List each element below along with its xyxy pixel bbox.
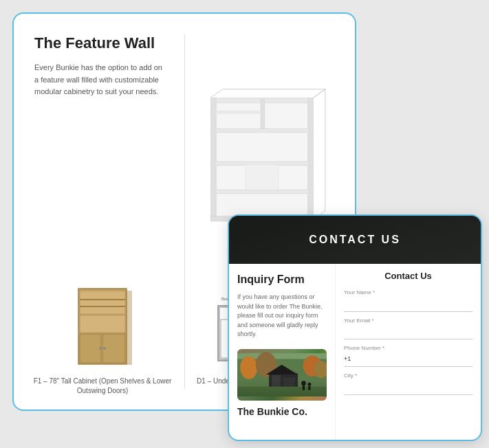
cabinet-1-image <box>28 282 177 371</box>
svg-rect-10 <box>215 111 259 113</box>
city-label: City * <box>344 372 472 379</box>
name-label: Your Name * <box>344 289 472 295</box>
svg-line-11 <box>210 89 222 98</box>
inquiry-description: If you have any questions or would like … <box>237 293 327 339</box>
name-field-group: Your Name * <box>344 289 472 312</box>
svg-rect-18 <box>80 290 125 314</box>
cabinet-1-label: F1 – 78" Tall Cabinet (Open Shelves & Lo… <box>28 377 177 396</box>
svg-rect-21 <box>80 315 125 333</box>
svg-line-14 <box>314 89 325 98</box>
email-input[interactable] <box>344 326 472 339</box>
nature-photo <box>237 349 327 401</box>
inquiry-form-title: Inquiry Form <box>237 273 327 286</box>
company-name: The Bunkie Co. <box>237 406 327 417</box>
svg-rect-19 <box>80 299 125 300</box>
contact-left-panel: Inquiry Form If you have any questions o… <box>229 264 336 440</box>
svg-rect-26 <box>127 291 132 365</box>
contact-us-card: CONTACT US Inquiry Form If you have any … <box>228 214 482 441</box>
svg-rect-3 <box>308 98 314 219</box>
phone-prefix: +1 <box>344 355 351 363</box>
cabinet-1-svg <box>72 285 133 368</box>
svg-point-24 <box>99 347 102 350</box>
svg-rect-22 <box>80 334 101 363</box>
svg-rect-9 <box>246 165 279 190</box>
contact-header-title: CONTACT US <box>309 234 401 246</box>
phone-label: Phone Number * <box>344 345 472 351</box>
city-field-group: City * <box>344 372 472 395</box>
photo-overlay <box>237 380 327 401</box>
svg-rect-20 <box>80 306 125 307</box>
contact-form-title: Contact Us <box>344 271 472 281</box>
svg-rect-6 <box>215 190 309 194</box>
phone-field-group: Phone Number * +1 <box>344 345 472 367</box>
contact-form-panel: Contact Us Your Name * Your Email * Phon… <box>336 264 481 440</box>
svg-point-44 <box>240 356 257 379</box>
svg-point-25 <box>103 347 106 350</box>
email-field-group: Your Email * <box>344 317 472 340</box>
contact-header: CONTACT US <box>229 216 481 264</box>
name-input[interactable] <box>344 298 472 312</box>
email-label: Your Email * <box>344 317 472 324</box>
svg-rect-4 <box>215 128 309 133</box>
feature-wall-description: Every Bunkie has the option to add on a … <box>34 62 165 98</box>
contact-body: Inquiry Form If you have any questions o… <box>229 264 481 440</box>
svg-rect-8 <box>261 99 265 128</box>
svg-rect-2 <box>210 98 216 219</box>
phone-input[interactable] <box>354 352 472 366</box>
svg-rect-27 <box>80 289 127 292</box>
city-input[interactable] <box>344 381 472 395</box>
cabinet-item-1: F1 – 78" Tall Cabinet (Open Shelves & Lo… <box>28 282 177 396</box>
